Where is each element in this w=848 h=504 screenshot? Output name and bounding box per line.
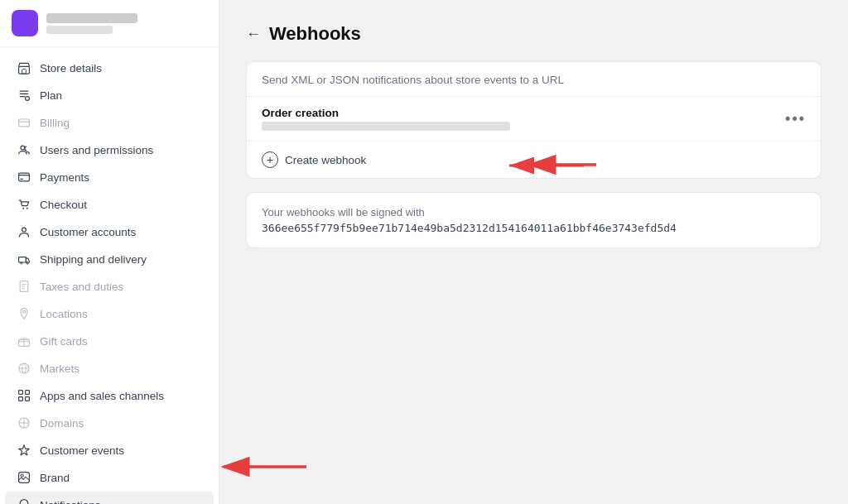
sidebar-item-markets-label: Markets [40,362,80,375]
page-header: ← Webhooks [246,23,822,45]
sidebar-item-customer-accounts-label: Customer accounts [40,226,136,238]
sidebar: Store details Plan Billing Users and per… [0,0,219,504]
taxes-icon [17,279,31,294]
sidebar-item-apps-sales-channels-label: Apps and sales channels [40,390,164,402]
sidebar-item-domains-label: Domains [40,417,84,430]
svg-point-8 [22,228,26,232]
webhooks-card: Send XML or JSON notifications about sto… [246,61,822,179]
sidebar-item-taxes-duties[interactable]: Taxes and duties [5,273,214,300]
svg-rect-9 [19,257,26,262]
sidebar-item-users-permissions[interactable]: Users and permissions [5,137,214,163]
sidebar-item-taxes-duties-label: Taxes and duties [40,281,123,293]
svg-point-11 [26,262,28,264]
store-sub [46,26,113,34]
sidebar-item-brand-label: Brand [40,472,70,484]
svg-point-7 [26,208,28,209]
sidebar-item-plan-label: Plan [40,89,62,102]
sidebar-header [0,0,219,47]
sidebar-item-gift-cards-label: Gift cards [40,335,88,348]
sidebar-item-domains[interactable]: Domains [5,410,214,436]
svg-point-4 [21,146,25,150]
sidebar-item-locations-label: Locations [40,308,88,320]
svg-rect-3 [19,119,30,127]
sidebar-item-gift-cards[interactable]: Gift cards [5,328,214,354]
sidebar-item-users-permissions-label: Users and permissions [40,144,153,156]
locations-icon [17,306,31,321]
checkout-icon [17,197,31,212]
webhook-url [262,122,510,131]
svg-point-2 [26,97,30,101]
create-webhook-icon: + [262,151,278,168]
sidebar-item-customer-events[interactable]: Customer events [5,437,214,463]
svg-rect-17 [26,391,30,395]
webhook-row-left: Order creation [262,107,510,131]
sidebar-nav: Store details Plan Billing Users and per… [0,47,219,504]
webhooks-description: Send XML or JSON notifications about sto… [247,62,821,97]
sidebar-item-notifications-label: Notifications [40,499,101,505]
signed-label: Your webhooks will be signed with [262,206,806,218]
customer-accounts-icon [17,224,31,239]
users-icon [17,142,31,157]
sidebar-item-billing-label: Billing [40,117,70,129]
sidebar-item-store-details-label: Store details [40,62,102,74]
sidebar-item-shipping-delivery-label: Shipping and delivery [40,253,147,266]
sidebar-item-brand[interactable]: Brand [5,464,214,491]
shipping-icon [17,252,31,266]
sidebar-item-apps-sales-channels[interactable]: Apps and sales channels [5,382,214,409]
svg-point-22 [21,474,23,477]
create-webhook-row[interactable]: + Create webhook [247,142,821,178]
markets-icon [17,361,31,376]
sidebar-item-locations[interactable]: Locations [5,300,214,327]
svg-point-10 [21,262,22,264]
create-webhook-label: Create webhook [285,154,366,166]
payments-icon [17,170,31,185]
sidebar-item-markets[interactable]: Markets [5,355,214,382]
sidebar-item-payments[interactable]: Payments [5,164,214,190]
svg-rect-18 [19,397,23,401]
signed-key: 366ee655f779f5b9ee71b714e49ba5d2312d1541… [262,222,806,234]
sidebar-item-checkout-label: Checkout [40,199,87,211]
main-content: ← Webhooks Send XML or JSON notification… [219,0,848,271]
webhook-row: Order creation ••• [247,97,821,142]
sidebar-item-store-details[interactable]: Store details [5,55,214,81]
webhook-event-name: Order creation [262,107,510,119]
sidebar-item-billing[interactable]: Billing [5,109,214,136]
sidebar-item-payments-label: Payments [40,171,89,184]
svg-rect-5 [19,173,30,181]
signed-card: Your webhooks will be signed with 366ee6… [246,192,822,248]
sidebar-item-plan[interactable]: Plan [5,82,214,108]
webhook-menu-button[interactable]: ••• [785,110,806,127]
page-title: Webhooks [269,23,361,45]
store-name [46,13,137,23]
svg-rect-16 [19,391,23,395]
store-avatar [12,10,38,36]
back-button[interactable]: ← [246,26,261,43]
svg-point-6 [22,208,24,209]
sidebar-item-customer-accounts[interactable]: Customer accounts [5,218,214,245]
svg-rect-21 [19,473,30,483]
sidebar-item-checkout[interactable]: Checkout [5,191,214,218]
customer-events-icon [17,443,31,458]
sidebar-item-customer-events-label: Customer events [40,444,124,457]
svg-rect-19 [26,397,30,401]
sidebar-item-shipping-delivery[interactable]: Shipping and delivery [5,246,214,272]
sidebar-item-notifications[interactable]: Notifications [5,492,214,504]
domains-icon [17,415,31,430]
gift-cards-icon [17,334,31,348]
store-info [46,13,137,34]
svg-rect-1 [22,70,26,74]
notifications-icon [17,497,31,504]
billing-icon [17,115,31,130]
svg-point-13 [22,310,25,313]
brand-icon [17,470,31,485]
store-icon [17,60,31,75]
plan-icon [17,88,31,103]
apps-icon [17,388,31,403]
svg-rect-0 [19,66,30,74]
